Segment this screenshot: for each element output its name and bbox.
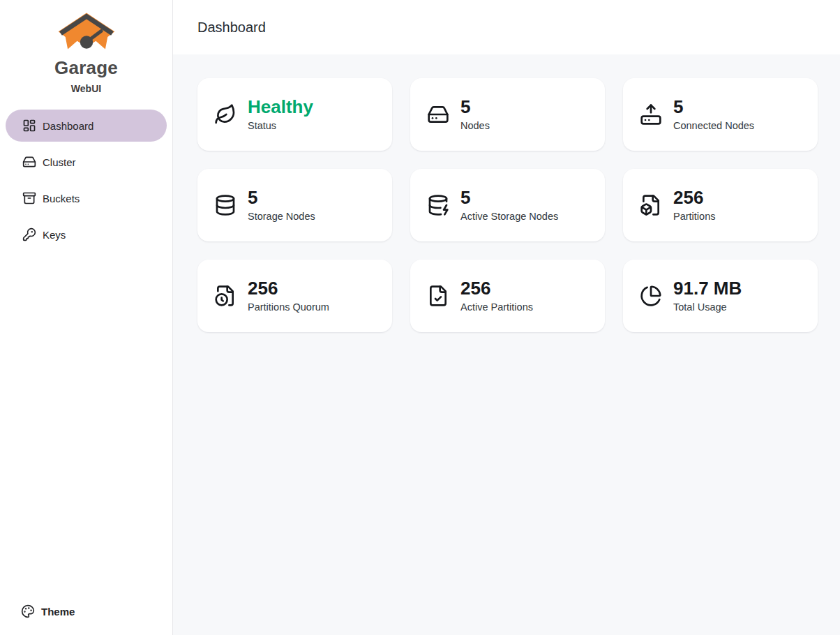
sidebar-item-keys[interactable]: Keys — [6, 218, 167, 251]
file-clock-icon — [214, 285, 237, 307]
stats-grid: Healthy Status 5 Nodes 5 Connected Nodes… — [197, 78, 818, 332]
stat-value: 5 — [460, 96, 490, 117]
stat-value: 256 — [460, 278, 533, 299]
database-icon — [214, 194, 237, 216]
stat-label: Connected Nodes — [673, 119, 754, 133]
main-area: Dashboard Healthy Status 5 Nodes 5 Conne… — [173, 0, 840, 635]
page-header: Dashboard — [173, 0, 840, 54]
stat-value: 5 — [248, 187, 315, 208]
stat-label: Storage Nodes — [248, 210, 315, 223]
chart-pie-icon — [640, 285, 662, 307]
palette-icon — [21, 604, 35, 618]
stat-label: Nodes — [460, 119, 490, 133]
stat-label: Status — [248, 119, 313, 133]
sidebar-nav: Dashboard Cluster Buckets Keys — [0, 110, 172, 251]
key-round-icon — [22, 227, 36, 241]
file-box-icon — [640, 194, 662, 216]
sidebar-item-label: Dashboard — [43, 120, 93, 132]
archive-icon — [22, 191, 36, 205]
sidebar-item-cluster[interactable]: Cluster — [6, 146, 167, 178]
stat-value: 256 — [673, 187, 715, 208]
page-title: Dashboard — [197, 20, 266, 36]
stat-value: Healthy — [248, 96, 313, 117]
stat-card: 256 Partitions Quorum — [197, 260, 392, 332]
stat-card: Healthy Status — [197, 78, 392, 151]
stat-value: 91.7 MB — [673, 278, 742, 299]
app-logo: Garage WebUI — [0, 0, 172, 94]
stat-label: Active Storage Nodes — [460, 210, 558, 223]
stat-card: 256 Active Partitions — [410, 260, 605, 332]
stat-value: 256 — [248, 278, 329, 299]
sidebar-item-buckets[interactable]: Buckets — [6, 182, 167, 214]
stat-value: 5 — [460, 187, 558, 208]
hard-drive-icon — [427, 103, 449, 126]
sidebar: Garage WebUI Dashboard Cluster Buckets K… — [0, 0, 173, 635]
stat-label: Partitions — [673, 210, 715, 223]
stat-label: Partitions Quorum — [248, 301, 329, 314]
sidebar-item-label: Cluster — [43, 156, 76, 168]
stat-card: 256 Partitions — [623, 169, 818, 241]
stat-label: Active Partitions — [460, 301, 533, 314]
hard-drive-upload-icon — [640, 103, 662, 126]
sidebar-spacer — [0, 251, 172, 597]
hard-drive-icon — [22, 155, 36, 169]
sidebar-item-label: Buckets — [43, 193, 80, 204]
dashboard-content: Healthy Status 5 Nodes 5 Connected Nodes… — [173, 54, 840, 332]
stat-value: 5 — [673, 96, 754, 117]
stat-card: 91.7 MB Total Usage — [623, 260, 818, 332]
layout-dashboard-icon — [22, 119, 36, 133]
stat-card: 5 Storage Nodes — [197, 169, 392, 241]
stat-card: 5 Nodes — [410, 78, 605, 151]
app-subtitle: WebUI — [71, 83, 101, 94]
theme-button[interactable]: Theme — [0, 597, 172, 625]
stat-card: 5 Active Storage Nodes — [410, 169, 605, 241]
sidebar-item-dashboard[interactable]: Dashboard — [6, 110, 167, 142]
sidebar-item-label: Keys — [43, 229, 66, 241]
theme-button-label: Theme — [41, 606, 75, 618]
stat-label: Total Usage — [673, 301, 742, 314]
garage-logo-icon — [57, 11, 116, 54]
stat-card: 5 Connected Nodes — [623, 78, 818, 151]
leaf-icon — [214, 103, 237, 126]
file-check-icon — [427, 285, 449, 307]
database-zap-icon — [427, 194, 449, 216]
app-name: Garage — [54, 57, 118, 79]
